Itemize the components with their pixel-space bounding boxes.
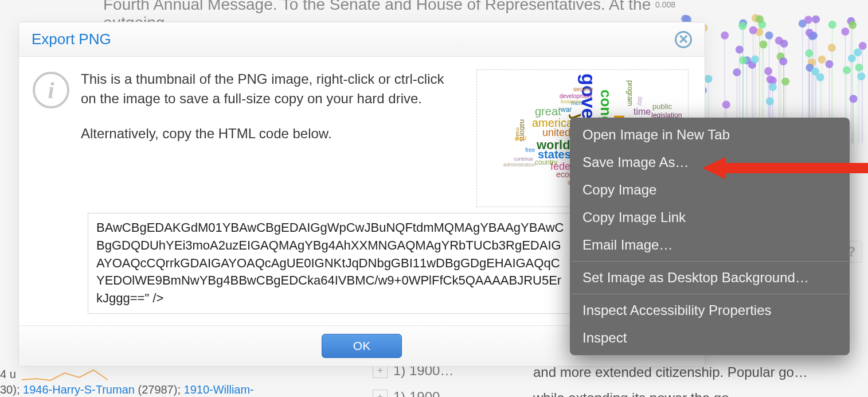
svg-point-70 (765, 32, 773, 40)
context-menu-item[interactable]: Copy Image (570, 176, 850, 204)
svg-point-83 (781, 77, 789, 85)
svg-point-115 (818, 56, 826, 64)
wordcloud-word: time (634, 107, 651, 117)
svg-point-139 (756, 15, 764, 24)
svg-point-78 (826, 60, 834, 68)
context-menu-item[interactable]: Set Image as Desktop Background… (570, 264, 850, 291)
html-code-textarea[interactable]: BAwCBgEDAKGdM01YBAwCBgEDAIGgWpCwJBuNQFtd… (88, 213, 575, 314)
svg-point-130 (811, 68, 819, 76)
context-menu-item[interactable]: Email Image… (570, 231, 850, 259)
svg-point-74 (766, 98, 774, 106)
svg-point-106 (849, 95, 857, 103)
svg-point-124 (767, 76, 775, 84)
context-menu-item[interactable]: Inspect Accessibility Properties (570, 297, 850, 324)
wordcloud-word: country (535, 158, 557, 166)
context-menu-separator (571, 261, 849, 262)
svg-point-116 (848, 55, 856, 63)
svg-point-117 (749, 26, 757, 34)
svg-point-134 (779, 57, 787, 65)
svg-point-113 (806, 29, 814, 37)
wordcloud-word: good (515, 135, 526, 141)
svg-point-71 (736, 46, 744, 54)
context-menu-item[interactable]: Open Image in New Tab (570, 121, 850, 149)
wordcloud-word: business (561, 99, 581, 104)
bg-links-bottom: 4 u 30); 1946-Harry-S-Truman (27987); 19… (0, 367, 254, 396)
bg-list-row-2: + 1) 1900… (373, 389, 453, 397)
svg-point-102 (751, 55, 759, 63)
plus-icon[interactable]: + (373, 390, 388, 397)
svg-point-123 (854, 48, 862, 56)
wordcloud-word: public (652, 102, 672, 111)
svg-point-112 (799, 20, 807, 28)
svg-point-86 (739, 56, 747, 64)
link-truman[interactable]: 1946-Harry-S-Truman (23, 383, 135, 396)
info-icon: i (33, 72, 69, 108)
svg-point-114 (855, 64, 863, 72)
dialog-body-text: This is a thumbnail of the PNG image, ri… (81, 69, 465, 207)
bg-snippet-right-2: while extending its power the go (533, 390, 729, 397)
svg-point-97 (759, 41, 767, 49)
wordcloud-word: program (626, 80, 634, 106)
svg-point-81 (705, 75, 713, 83)
svg-point-89 (721, 32, 729, 40)
svg-point-121 (843, 66, 851, 74)
svg-point-103 (764, 67, 772, 75)
svg-point-88 (857, 72, 865, 80)
dialog-header: Export PNG ✕ (19, 22, 705, 57)
svg-point-72 (828, 21, 836, 29)
context-menu-separator (571, 294, 849, 294)
wordcloud-word: day (637, 96, 643, 106)
svg-point-125 (849, 21, 857, 29)
svg-point-100 (738, 22, 746, 30)
svg-point-138 (722, 100, 730, 108)
link-william[interactable]: 1910-William- (184, 383, 254, 396)
wordcloud-word: united (542, 127, 570, 139)
close-icon[interactable]: ✕ (675, 31, 692, 48)
wordcloud-word: administration (503, 162, 535, 168)
context-menu-item[interactable]: Copy Image Link (570, 204, 850, 231)
wordcloud-word: continue (514, 156, 533, 162)
wordcloud-word: free (525, 147, 535, 153)
context-menu: Open Image in New TabSave Image As…Copy … (570, 118, 850, 355)
svg-point-137 (769, 83, 777, 91)
svg-point-131 (841, 28, 849, 36)
svg-point-92 (812, 15, 820, 24)
svg-point-87 (828, 44, 836, 52)
wordcloud-word: security (573, 86, 593, 92)
dialog-title: Export PNG (32, 30, 111, 48)
context-menu-item[interactable]: Inspect (570, 324, 850, 352)
ok-button[interactable]: OK (322, 334, 402, 358)
svg-point-127 (780, 40, 788, 48)
context-menu-item[interactable]: Save Image As… (570, 149, 850, 176)
svg-point-135 (805, 49, 813, 57)
bg-snippet-right-1: and more extended citizenship. Popular g… (533, 364, 808, 380)
svg-point-75 (859, 42, 867, 50)
svg-point-99 (733, 68, 741, 76)
wordcloud-word: war (561, 106, 572, 114)
